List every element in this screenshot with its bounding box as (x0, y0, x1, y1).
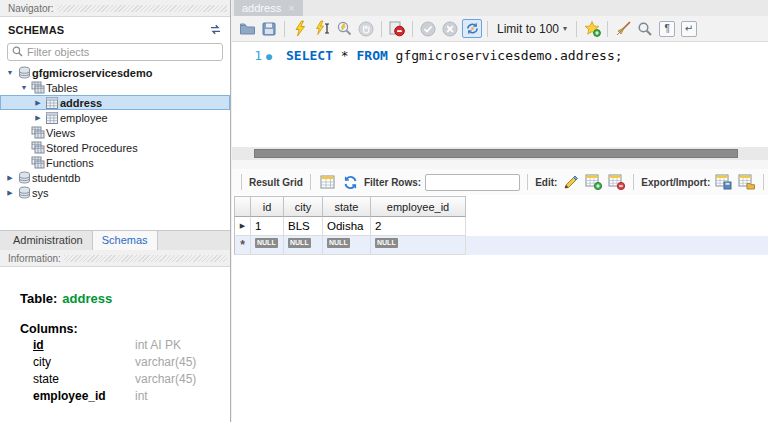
toggle-autocommit-button[interactable] (462, 19, 482, 38)
result-grid-background (232, 255, 768, 422)
tab-administration[interactable]: Administration (4, 231, 92, 250)
sql-token-keyword: SELECT (286, 48, 333, 63)
editor-hscrollbar-thumb[interactable] (254, 149, 738, 158)
information-title: Information: (8, 253, 64, 264)
tree-item-tables[interactable]: ▼Tables (0, 80, 230, 95)
statement-marker-icon: ● (266, 51, 272, 62)
toolbar-separator (412, 21, 413, 37)
tree-item-address[interactable]: ▶address (0, 95, 230, 110)
tables-icon (30, 126, 46, 139)
limit-dropdown-label: Limit to 100 (497, 22, 559, 36)
tree-item-sys[interactable]: ▶sys (0, 185, 230, 200)
insert-row-icon[interactable] (584, 173, 603, 191)
tables-icon (30, 141, 46, 154)
tree-down-arrow-icon[interactable]: ▼ (18, 84, 30, 91)
info-column-type: int AI PK (135, 338, 181, 352)
open-script-button[interactable] (237, 19, 257, 39)
explain-button[interactable] (334, 19, 354, 39)
find-button[interactable] (635, 19, 655, 39)
sql-editor-area: address × (232, 0, 768, 422)
grid-column-header-state[interactable]: state (323, 196, 371, 217)
commit-button (418, 19, 438, 39)
save-script-button[interactable] (259, 19, 279, 39)
execute-current-statement-button[interactable] (312, 19, 332, 39)
grid-view-icon[interactable] (318, 173, 337, 191)
toolbar-separator (763, 174, 764, 190)
grid-cell[interactable]: NULL (284, 236, 323, 255)
filter-rows-input[interactable] (425, 174, 520, 191)
editor-hscrollbar[interactable] (232, 147, 768, 160)
execute-button[interactable] (290, 19, 310, 39)
grid-column-header-city[interactable]: city (284, 196, 323, 217)
sql-token-plain: * (333, 48, 356, 63)
grid-column-header-id[interactable]: id (251, 196, 284, 217)
schema-filter[interactable] (7, 43, 223, 61)
show-invisibles-button[interactable]: ¶ (657, 19, 677, 39)
export-icon[interactable] (714, 173, 733, 191)
tree-item-label: Functions (46, 157, 94, 169)
tree-item-gfgmicroservicesdemo[interactable]: ▼gfgmicroservicesdemo (0, 65, 230, 80)
info-columns-label: Columns: (0, 322, 230, 336)
info-table-name: address (62, 291, 112, 306)
tables-icon (30, 156, 46, 169)
beautify-button[interactable] (613, 19, 633, 39)
tree-right-arrow-icon[interactable]: ▶ (4, 174, 16, 182)
grid-cell[interactable]: BLS (284, 217, 323, 236)
schemas-heading: SCHEMAS (8, 24, 64, 36)
sql-code[interactable]: SELECT * FROM gfgmicroservicesdemo.addre… (286, 48, 623, 63)
toolbar-separator (576, 21, 577, 37)
delete-row-icon[interactable] (607, 173, 626, 191)
limit-dropdown[interactable]: Limit to 100 ▾ (493, 22, 571, 36)
tree-right-arrow-icon[interactable]: ▶ (32, 114, 44, 122)
refresh-icon[interactable] (341, 173, 360, 191)
editor-tab-bar: address × (232, 0, 768, 16)
save-snippet-button[interactable] (582, 19, 602, 39)
toolbar-separator (241, 174, 242, 190)
tree-item-studentdb[interactable]: ▶studentdb (0, 170, 230, 185)
schema-sync-icon[interactable] (209, 21, 222, 39)
close-tab-icon[interactable]: × (288, 2, 294, 14)
tree-right-arrow-icon[interactable]: ▶ (4, 189, 16, 197)
toggle-stop-on-error-button[interactable] (387, 19, 407, 39)
grid-cell[interactable]: NULL (251, 236, 284, 255)
tree-item-employee[interactable]: ▶employee (0, 110, 230, 125)
tab-address[interactable]: address × (234, 0, 303, 16)
info-column-name: id (33, 338, 135, 352)
grid-cell[interactable]: 1 (251, 217, 284, 236)
sql-code-editor[interactable]: 1 ● SELECT * FROM gfgmicroservicesdemo.a… (232, 42, 768, 147)
import-icon[interactable] (737, 173, 756, 191)
tab-address-label: address (242, 2, 281, 14)
panel-divider (232, 160, 768, 169)
tree-right-arrow-icon[interactable]: ▶ (32, 99, 44, 107)
grid-column-header-employee_id[interactable]: employee_id (371, 196, 466, 217)
schema-tree: ▼gfgmicroservicesdemo▼Tables▶address▶emp… (0, 65, 230, 200)
sql-editor-toolbar: Limit to 100 ▾ ¶ ↵ (232, 16, 768, 42)
tree-item-label: address (60, 97, 102, 109)
wrap-text-button[interactable]: ↵ (679, 19, 699, 39)
tab-schemas[interactable]: Schemas (92, 231, 158, 250)
tree-item-label: Tables (46, 82, 78, 94)
tree-item-functions[interactable]: Functions (0, 155, 230, 170)
info-column-row: cityvarchar(45) (0, 353, 230, 370)
grid-cell[interactable]: 2 (371, 217, 466, 236)
navigator-title: Navigator: (8, 3, 57, 14)
grid-cell[interactable]: NULL (323, 236, 371, 255)
sql-token-plain: gfgmicroservicesdemo.address; (388, 48, 623, 63)
tree-item-views[interactable]: Views (0, 125, 230, 140)
grid-cell[interactable]: Odisha (323, 217, 371, 236)
edit-pencil-icon[interactable] (561, 173, 580, 191)
stop-button (356, 19, 376, 39)
tree-down-arrow-icon[interactable]: ▼ (4, 69, 16, 76)
grid-row: *NULLNULLNULLNULL (234, 236, 768, 255)
grid-cell[interactable]: NULL (371, 236, 466, 255)
information-header: Information: (0, 250, 230, 267)
chevron-down-icon[interactable]: ▾ (563, 24, 567, 33)
pilcrow-icon: ¶ (659, 21, 675, 37)
navigator-header: Navigator: (0, 0, 230, 17)
tree-item-stored-procedures[interactable]: Stored Procedures (0, 140, 230, 155)
null-badge: NULL (288, 238, 311, 248)
schema-filter-input[interactable] (27, 46, 218, 58)
result-grid: idcitystateemployee_id ▶1BLSOdisha2*NULL… (234, 196, 768, 255)
navigator-header-hatch (57, 5, 227, 12)
toolbar-separator (310, 174, 311, 190)
